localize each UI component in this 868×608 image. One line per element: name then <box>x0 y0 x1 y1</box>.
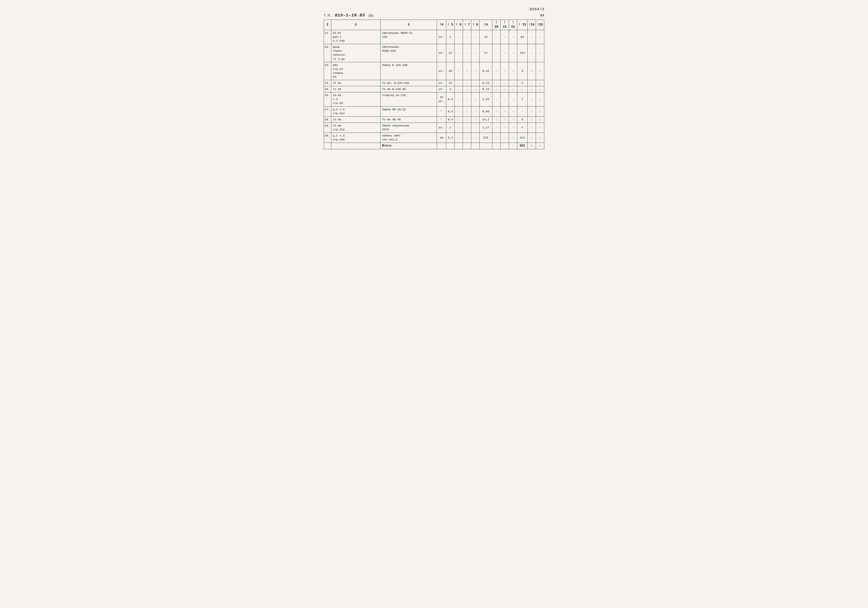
cell-r8-c4: " <box>437 116 446 123</box>
cell-r9-c5: 2 <box>446 123 454 133</box>
cell-r8-c3: То же ЛБ-40 <box>381 116 437 123</box>
cell-r10-c5: I,4 <box>446 133 454 143</box>
col-header-12: ! I2 <box>509 20 517 30</box>
cell-r6-c6: – <box>454 92 463 106</box>
cell-r1-c8: – <box>471 30 480 44</box>
cell-r10-c15: – <box>536 133 544 143</box>
cell-r3-c11: – <box>501 62 509 80</box>
cell-r4-c2: То же <box>331 80 381 86</box>
cell-r5-c10: – <box>492 86 501 92</box>
itogo-cell-11 <box>501 143 509 149</box>
table-row: 28.То жеТо же ЛБ-40"0,4–––I3,2–––5–– <box>324 116 544 123</box>
cell-r1-c1: 21. <box>324 30 331 44</box>
itogo-cell-2 <box>331 143 381 149</box>
cell-r3-c4: шт. <box>437 62 446 80</box>
cell-r8-c1: 28. <box>324 116 331 123</box>
col-header-10: ! IO <box>492 20 501 30</box>
cell-r1-c10: – <box>492 30 501 44</box>
itogo-cell-6 <box>454 143 463 149</box>
cell-r1-c9: 42 <box>480 30 492 44</box>
cell-r2-c4: шт. <box>437 44 446 62</box>
table-row: 27.Ц.I ч.5 стр.324Лампа МО 36-25"0,4–––0… <box>324 106 544 116</box>
itogo-row: Итого:922–– <box>324 143 544 149</box>
cell-r4-c13: 3 <box>517 80 528 86</box>
cell-r8-c14: – <box>528 116 536 123</box>
itogo-cell-13: 922 <box>517 143 528 149</box>
cell-r4-c9: 0,23 <box>480 80 492 86</box>
cell-r4-c8: – <box>471 80 480 86</box>
cell-r9-c15: – <box>536 123 544 133</box>
col-header-9: !9 <box>480 20 492 30</box>
cell-r8-c15: – <box>536 116 544 123</box>
cell-r5-c5: 2 <box>446 86 454 92</box>
cell-r7-c7: – <box>463 106 471 116</box>
cell-r6-c15: – <box>536 92 544 106</box>
cell-r10-c3: Кабель АНРГ сеч.3х2,5 <box>381 133 437 143</box>
cell-r10-c7: – <box>463 133 471 143</box>
cell-r9-c4: шт. <box>437 123 446 133</box>
cell-r1-c12: – <box>509 30 517 44</box>
table-row: 23.092 стр.II скидка 5%Лампа В 220-200шт… <box>324 62 544 80</box>
cell-r3-c12: – <box>509 62 517 80</box>
col-header-15: !I5 <box>536 20 544 30</box>
page-number: 44 <box>540 14 544 18</box>
cell-r6-c5: 0,6 <box>446 92 454 106</box>
itogo-cell-4 <box>437 143 446 149</box>
cell-r2-c12: – <box>509 44 517 62</box>
itogo-cell-9 <box>480 143 492 149</box>
itogo-cell-3: Итого: <box>381 143 437 149</box>
cell-r7-c8: – <box>471 106 480 116</box>
cell-r5-c14: – <box>528 86 536 92</box>
cell-r2-c10: – <box>492 44 501 62</box>
cell-r10-c1: 30. <box>324 133 331 143</box>
table-row: 21.I5-07 доп.2 п.I–I40Светильник ПВЛП–2х… <box>324 30 544 44</box>
table-header-row: I 2 3 !4 ! 5 ! 6 ! 7 ! 8 !9 ! IO ! II ! … <box>324 20 544 30</box>
col-header-3: 3 <box>381 20 437 30</box>
cell-r10-c14: – <box>528 133 536 143</box>
cell-r5-c7: – <box>463 86 471 92</box>
cell-r7-c15: – <box>536 106 544 116</box>
cell-r5-c15: – <box>536 86 544 92</box>
sh-label: (Ш) <box>368 14 374 17</box>
cell-r1-c6: – <box>454 30 463 44</box>
cell-r5-c11: – <box>501 86 509 92</box>
cell-r5-c2: То же <box>331 86 381 92</box>
cell-r9-c1: 29. <box>324 123 331 133</box>
cell-r10-c13: 323 <box>517 133 528 143</box>
cell-r7-c13: – <box>517 106 528 116</box>
cell-r5-c3: То же В-220-60 <box>381 86 437 92</box>
cell-r6-c1: 26. <box>324 92 331 106</box>
main-table: I 2 3 !4 ! 5 ! 6 ! 7 ! 8 !9 ! IO ! II ! … <box>324 20 544 149</box>
cell-r2-c9: II <box>480 44 492 62</box>
cell-r4-c3: То же, В–220-I00 <box>381 80 437 86</box>
cell-r2-c15: – <box>536 44 544 62</box>
cell-r6-c4: IO шт. <box>437 92 446 106</box>
cell-r10-c6: – <box>454 133 463 143</box>
cell-r3-c13: 9 <box>517 62 528 80</box>
col-header-7: ! 7 <box>463 20 471 30</box>
cell-r1-c3: Светильник ПВЛП–2х х40 <box>381 30 437 44</box>
cell-r5-c4: шт. <box>437 86 446 92</box>
cell-r8-c9: I3,2 <box>480 116 492 123</box>
cell-r10-c4: км <box>437 133 446 143</box>
cell-r4-c12: – <box>509 80 517 86</box>
col-header-1: I <box>324 20 331 30</box>
cell-r8-c5: 0,4 <box>446 116 454 123</box>
itogo-cell-7 <box>463 143 471 149</box>
cell-r4-c4: шт. <box>437 80 446 86</box>
cell-r3-c14: – <box>528 62 536 80</box>
cell-r6-c13: I <box>517 92 528 106</box>
cell-r7-c2: Ц.I ч.5 стр.324 <box>331 106 381 116</box>
cell-r1-c7: – <box>463 30 471 44</box>
cell-r3-c2: 092 стр.II скидка 5% <box>331 62 381 80</box>
cell-r4-c10: – <box>492 80 501 86</box>
itogo-cell-5 <box>446 143 454 149</box>
cell-r9-c9: 2,I7 <box>480 123 492 133</box>
cell-r6-c12: – <box>509 92 517 106</box>
cell-r2-c1: 22. <box>324 44 331 62</box>
cell-r4-c14: – <box>528 80 536 86</box>
cell-r2-c14: – <box>528 44 536 62</box>
cell-r7-c9: 0,66 <box>480 106 492 116</box>
cell-r3-c9: 0,3I <box>480 62 492 80</box>
page: 8564/3 Т.П. 813-1-19.83 (Ш) 44 I 2 3 !4 … <box>324 7 544 149</box>
